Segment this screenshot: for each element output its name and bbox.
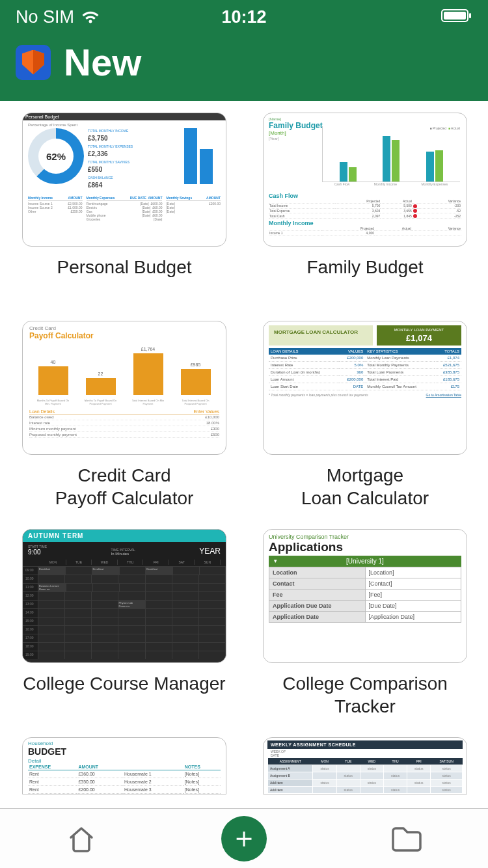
folder-icon [390, 824, 423, 853]
template-label: Personal Budget [57, 256, 191, 301]
template-thumbnail: AUTUMN TERM START TIME9:00 TIME INTERVAL… [22, 529, 226, 663]
template-college-comparison-tracker[interactable]: University Comparison Tracker Applicatio… [263, 529, 467, 718]
template-thumbnail: [Name] Family Budget [Month] [Year] ■ Pr… [263, 113, 467, 247]
battery-icon [441, 7, 472, 27]
page-title: New [64, 40, 141, 84]
files-tab[interactable] [384, 816, 429, 861]
clock: 10:12 [221, 7, 266, 27]
template-thumbnail: Personal Budget Percentage of Income Spe… [22, 113, 226, 247]
template-thumbnail: WEEKLY ASSIGNMENT SCHEDULE WEEK OF DATE … [263, 737, 467, 794]
template-label: Credit Card Payoff Calculator [55, 464, 194, 509]
wifi-icon [81, 10, 100, 24]
template-weekly-assignment-schedule[interactable]: WEEKLY ASSIGNMENT SCHEDULE WEEK OF DATE … [263, 737, 467, 794]
template-credit-card-payoff[interactable]: Credit Card Payoff Calculator 40 22 £1,7… [22, 321, 226, 509]
status-bar: No SIM 10:12 [16, 5, 472, 29]
mini-bars [184, 128, 221, 184]
template-label: College Course Manager [23, 672, 225, 718]
template-college-course-manager[interactable]: AUTUMN TERM START TIME9:00 TIME INTERVAL… [22, 529, 226, 718]
svg-rect-1 [444, 12, 466, 20]
template-gallery[interactable]: Personal Budget Percentage of Income Spe… [0, 101, 488, 808]
home-icon [66, 823, 97, 854]
donut-chart: 62% [28, 128, 84, 184]
template-personal-budget[interactable]: Personal Budget Percentage of Income Spe… [22, 113, 226, 301]
template-household-budget[interactable]: Household BUDGET Detail EXPENSEAMOUNTNOT… [22, 737, 226, 794]
app-icon [16, 45, 51, 80]
plus-icon: ＋ [230, 823, 258, 852]
new-button[interactable]: ＋ [221, 816, 267, 861]
home-tab[interactable] [59, 816, 104, 861]
template-mortgage-loan-calculator[interactable]: MORTGAGE LOAN CALCULATOR MONTHLY LOAN PA… [263, 321, 467, 509]
template-family-budget[interactable]: [Name] Family Budget [Month] [Year] ■ Pr… [263, 113, 467, 301]
thumb-sub: Percentage of Income Spent [28, 123, 221, 127]
svg-rect-2 [469, 13, 471, 18]
template-thumbnail: MORTGAGE LOAN CALCULATOR MONTHLY LOAN PA… [263, 321, 467, 455]
template-thumbnail: University Comparison Tracker Applicatio… [263, 529, 467, 663]
tab-bar: ＋ [0, 808, 488, 868]
template-thumbnail: Household BUDGET Detail EXPENSEAMOUNTNOT… [22, 737, 226, 794]
carrier-text: No SIM [16, 7, 74, 27]
template-label: Mortgage Loan Calculator [301, 464, 429, 509]
summary: TOTAL MONTHLY INCOME£3,750 TOTAL MONTHLY… [88, 128, 180, 191]
template-thumbnail: Credit Card Payoff Calculator 40 22 £1,7… [22, 321, 226, 455]
template-label: Family Budget [307, 256, 424, 301]
thumb-header: Personal Budget [23, 113, 226, 120]
template-label: College Comparison Tracker [282, 672, 448, 718]
app-header: No SIM 10:12 New [0, 0, 488, 101]
